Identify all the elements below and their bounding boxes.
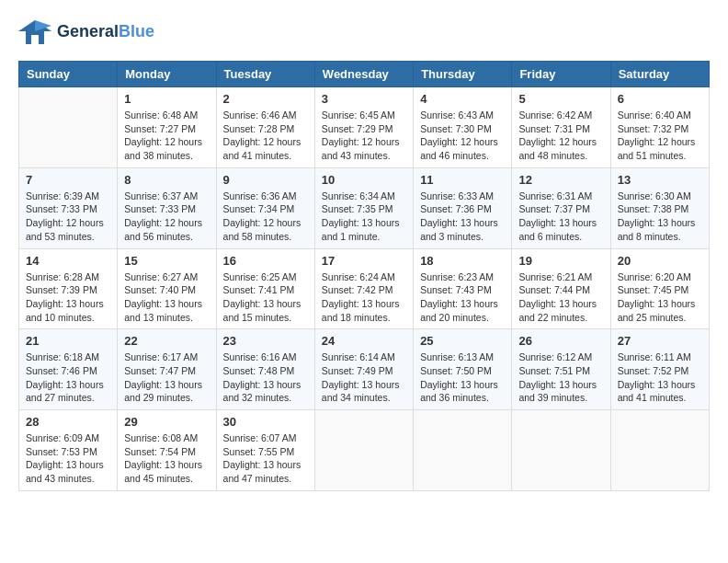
calendar-cell: [19, 87, 118, 168]
day-info: Sunrise: 6:33 AMSunset: 7:36 PMDaylight:…: [420, 190, 505, 244]
day-info: Sunrise: 6:37 AMSunset: 7:33 PMDaylight:…: [124, 190, 209, 244]
day-info: Sunrise: 6:27 AMSunset: 7:40 PMDaylight:…: [124, 270, 209, 325]
calendar-cell: 8Sunrise: 6:37 AMSunset: 7:33 PMDaylight…: [118, 167, 216, 248]
week-row-5: 28Sunrise: 6:09 AMSunset: 7:53 PMDayligh…: [19, 410, 710, 491]
calendar-cell: 16Sunrise: 6:25 AMSunset: 7:41 PMDayligh…: [216, 248, 314, 329]
calendar-cell: 29Sunrise: 6:08 AMSunset: 7:54 PMDayligh…: [118, 410, 216, 491]
col-header-thursday: Thursday: [414, 62, 512, 87]
day-number: 20: [618, 254, 702, 268]
day-number: 27: [618, 334, 702, 348]
day-number: 24: [322, 334, 406, 348]
calendar-cell: 30Sunrise: 6:07 AMSunset: 7:55 PMDayligh…: [216, 410, 314, 491]
day-info: Sunrise: 6:25 AMSunset: 7:41 PMDaylight:…: [223, 270, 308, 325]
calendar-cell: 14Sunrise: 6:28 AMSunset: 7:39 PMDayligh…: [19, 248, 118, 329]
logo: GeneralBlue: [18, 18, 154, 46]
day-info: Sunrise: 6:20 AMSunset: 7:45 PMDaylight:…: [618, 270, 702, 325]
day-info: Sunrise: 6:34 AMSunset: 7:35 PMDaylight:…: [322, 190, 406, 244]
week-row-4: 21Sunrise: 6:18 AMSunset: 7:46 PMDayligh…: [19, 329, 710, 410]
day-info: Sunrise: 6:23 AMSunset: 7:43 PMDaylight:…: [420, 270, 505, 325]
day-info: Sunrise: 6:36 AMSunset: 7:34 PMDaylight:…: [223, 190, 308, 244]
day-number: 14: [26, 254, 110, 268]
calendar-cell: 2Sunrise: 6:46 AMSunset: 7:28 PMDaylight…: [216, 87, 314, 168]
day-number: 25: [420, 334, 505, 348]
day-number: 9: [223, 173, 308, 187]
calendar-cell: 28Sunrise: 6:09 AMSunset: 7:53 PMDayligh…: [19, 410, 118, 491]
day-number: 5: [518, 92, 603, 106]
calendar-header-row: SundayMondayTuesdayWednesdayThursdayFrid…: [19, 62, 710, 87]
col-header-sunday: Sunday: [19, 62, 118, 87]
calendar-cell: 27Sunrise: 6:11 AMSunset: 7:52 PMDayligh…: [610, 329, 709, 410]
calendar-cell: 13Sunrise: 6:30 AMSunset: 7:38 PMDayligh…: [610, 167, 709, 248]
day-number: 16: [223, 254, 308, 268]
day-number: 7: [26, 173, 110, 187]
day-number: 26: [518, 334, 603, 348]
day-number: 23: [223, 334, 308, 348]
calendar-cell: [314, 410, 413, 491]
day-number: 19: [518, 254, 603, 268]
week-row-2: 7Sunrise: 6:39 AMSunset: 7:33 PMDaylight…: [19, 167, 710, 248]
calendar-cell: 22Sunrise: 6:17 AMSunset: 7:47 PMDayligh…: [118, 329, 216, 410]
day-info: Sunrise: 6:16 AMSunset: 7:48 PMDaylight:…: [223, 350, 308, 405]
calendar-cell: 11Sunrise: 6:33 AMSunset: 7:36 PMDayligh…: [414, 167, 512, 248]
day-number: 2: [223, 92, 308, 106]
col-header-saturday: Saturday: [610, 62, 709, 87]
day-info: Sunrise: 6:11 AMSunset: 7:52 PMDaylight:…: [618, 350, 702, 405]
day-info: Sunrise: 6:17 AMSunset: 7:47 PMDaylight:…: [124, 350, 209, 405]
day-info: Sunrise: 6:45 AMSunset: 7:29 PMDaylight:…: [322, 109, 406, 163]
day-number: 30: [223, 415, 308, 429]
day-info: Sunrise: 6:28 AMSunset: 7:39 PMDaylight:…: [26, 270, 110, 325]
col-header-monday: Monday: [118, 62, 216, 87]
day-info: Sunrise: 6:42 AMSunset: 7:31 PMDaylight:…: [518, 109, 603, 163]
week-row-1: 1Sunrise: 6:48 AMSunset: 7:27 PMDaylight…: [19, 87, 710, 168]
calendar-cell: 20Sunrise: 6:20 AMSunset: 7:45 PMDayligh…: [610, 248, 709, 329]
calendar-cell: 10Sunrise: 6:34 AMSunset: 7:35 PMDayligh…: [314, 167, 413, 248]
day-info: Sunrise: 6:12 AMSunset: 7:51 PMDaylight:…: [518, 350, 603, 405]
calendar-cell: 12Sunrise: 6:31 AMSunset: 7:37 PMDayligh…: [512, 167, 610, 248]
day-number: 13: [618, 173, 702, 187]
day-number: 18: [420, 254, 505, 268]
day-number: 4: [420, 92, 505, 106]
calendar-cell: [512, 410, 610, 491]
day-number: 1: [124, 92, 209, 106]
col-header-friday: Friday: [512, 62, 610, 87]
day-info: Sunrise: 6:07 AMSunset: 7:55 PMDaylight:…: [223, 431, 308, 486]
day-info: Sunrise: 6:48 AMSunset: 7:27 PMDaylight:…: [124, 109, 209, 163]
day-number: 8: [124, 173, 209, 187]
calendar-cell: 6Sunrise: 6:40 AMSunset: 7:32 PMDaylight…: [610, 87, 709, 168]
day-number: 28: [26, 415, 110, 429]
day-info: Sunrise: 6:30 AMSunset: 7:38 PMDaylight:…: [618, 190, 702, 244]
day-info: Sunrise: 6:43 AMSunset: 7:30 PMDaylight:…: [420, 109, 505, 163]
calendar-cell: 9Sunrise: 6:36 AMSunset: 7:34 PMDaylight…: [216, 167, 314, 248]
day-number: 17: [322, 254, 406, 268]
week-row-3: 14Sunrise: 6:28 AMSunset: 7:39 PMDayligh…: [19, 248, 710, 329]
calendar-cell: [610, 410, 709, 491]
calendar-cell: 15Sunrise: 6:27 AMSunset: 7:40 PMDayligh…: [118, 248, 216, 329]
calendar-cell: 18Sunrise: 6:23 AMSunset: 7:43 PMDayligh…: [414, 248, 512, 329]
calendar-cell: [414, 410, 512, 491]
logo-icon: [18, 18, 51, 46]
logo-text: GeneralBlue: [57, 23, 154, 41]
calendar-cell: 17Sunrise: 6:24 AMSunset: 7:42 PMDayligh…: [314, 248, 413, 329]
calendar-cell: 25Sunrise: 6:13 AMSunset: 7:50 PMDayligh…: [414, 329, 512, 410]
day-info: Sunrise: 6:21 AMSunset: 7:44 PMDaylight:…: [518, 270, 603, 325]
day-number: 21: [26, 334, 110, 348]
col-header-wednesday: Wednesday: [314, 62, 413, 87]
day-info: Sunrise: 6:13 AMSunset: 7:50 PMDaylight:…: [420, 350, 505, 405]
calendar-cell: 1Sunrise: 6:48 AMSunset: 7:27 PMDaylight…: [118, 87, 216, 168]
day-number: 15: [124, 254, 209, 268]
col-header-tuesday: Tuesday: [216, 62, 314, 87]
day-info: Sunrise: 6:46 AMSunset: 7:28 PMDaylight:…: [223, 109, 308, 163]
day-info: Sunrise: 6:09 AMSunset: 7:53 PMDaylight:…: [26, 431, 110, 486]
day-number: 12: [518, 173, 603, 187]
calendar-cell: 7Sunrise: 6:39 AMSunset: 7:33 PMDaylight…: [19, 167, 118, 248]
day-info: Sunrise: 6:24 AMSunset: 7:42 PMDaylight:…: [322, 270, 406, 325]
day-info: Sunrise: 6:31 AMSunset: 7:37 PMDaylight:…: [518, 190, 603, 244]
calendar-table: SundayMondayTuesdayWednesdayThursdayFrid…: [18, 61, 710, 491]
calendar-cell: 3Sunrise: 6:45 AMSunset: 7:29 PMDaylight…: [314, 87, 413, 168]
calendar-cell: 23Sunrise: 6:16 AMSunset: 7:48 PMDayligh…: [216, 329, 314, 410]
day-number: 6: [618, 92, 702, 106]
calendar-cell: 26Sunrise: 6:12 AMSunset: 7:51 PMDayligh…: [512, 329, 610, 410]
day-info: Sunrise: 6:14 AMSunset: 7:49 PMDaylight:…: [322, 350, 406, 405]
day-number: 10: [322, 173, 406, 187]
day-number: 22: [124, 334, 209, 348]
